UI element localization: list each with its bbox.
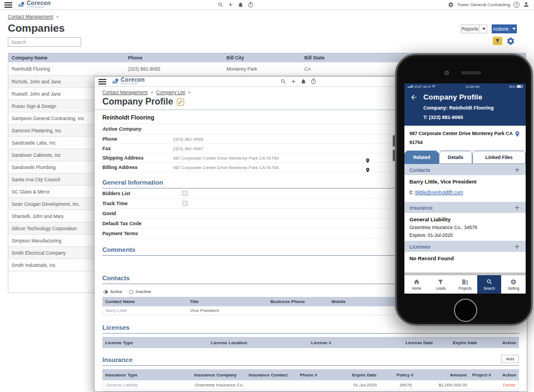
actions-button[interactable]: Actions bbox=[492, 24, 510, 33]
phone-mockup: AT&T Wi-Fi 11:08 AM 56% Company Profile … bbox=[395, 53, 533, 326]
carrier-label: AT&T Wi-Fi bbox=[414, 85, 431, 88]
phone-section-licenses: Licenses bbox=[404, 241, 526, 252]
reports-button[interactable]: Reports bbox=[461, 24, 479, 33]
search-icon[interactable] bbox=[280, 78, 286, 85]
home-icon bbox=[413, 279, 420, 285]
filter-button[interactable] bbox=[493, 37, 502, 45]
timer-icon[interactable] bbox=[310, 78, 317, 85]
phone-bottom-nav: Home Leads Projects Search Setting bbox=[404, 275, 526, 294]
licenses-table-header: License Type License Location License # … bbox=[102, 337, 519, 348]
signal-icon bbox=[408, 85, 413, 88]
funnel-icon bbox=[437, 279, 444, 285]
caret-down-icon bbox=[512, 28, 516, 30]
phone-contacts-block: Barry Little, Vice President E: blittle@… bbox=[404, 175, 526, 202]
nav-setting[interactable]: Setting bbox=[501, 275, 526, 294]
delete-link[interactable]: Delete bbox=[498, 383, 518, 388]
clock-label: 11:08 AM bbox=[466, 85, 479, 88]
add-icon[interactable] bbox=[290, 78, 296, 85]
timer-icon[interactable] bbox=[248, 2, 254, 8]
grid-settings-button[interactable] bbox=[506, 36, 515, 46]
phone-screen: AT&T Wi-Fi 11:08 AM 56% Company Profile … bbox=[404, 83, 526, 294]
building-icon bbox=[462, 279, 468, 285]
tab-related[interactable]: Related bbox=[404, 151, 439, 164]
hamburger-menu-icon[interactable] bbox=[98, 79, 106, 85]
add-contact-icon[interactable] bbox=[513, 166, 521, 173]
phone-insurance-block: General Liability Greentree Insurance Co… bbox=[404, 213, 526, 241]
corecon-logo-mark bbox=[112, 78, 119, 85]
search-icon bbox=[486, 279, 493, 285]
breadcrumb-contact-management[interactable]: Contact Management bbox=[102, 90, 147, 95]
phone-company-label: Company: Reinholdt Flooring bbox=[423, 105, 520, 111]
app-topbar: Corecon technologies Tower General Contr… bbox=[0, 0, 534, 10]
add-license-icon[interactable] bbox=[513, 243, 521, 250]
nav-home[interactable]: Home bbox=[404, 275, 429, 294]
track-time-checkbox[interactable] bbox=[182, 201, 187, 206]
earpiece-speaker bbox=[461, 71, 481, 75]
phone-page-title: Company Profile bbox=[423, 93, 482, 101]
nav-projects[interactable]: Projects bbox=[453, 275, 477, 294]
phone-section-insurance: Insurance bbox=[404, 202, 526, 213]
notifications-icon[interactable] bbox=[300, 78, 306, 85]
corecon-logo[interactable]: Corecon technologies bbox=[112, 77, 145, 86]
corecon-logo-text: Corecon technologies bbox=[121, 77, 145, 86]
add-icon[interactable] bbox=[228, 2, 234, 8]
gear-icon bbox=[510, 279, 517, 285]
contact-name[interactable]: Barry Little, Vice President bbox=[409, 178, 521, 185]
help-icon[interactable]: ? bbox=[513, 2, 520, 8]
gear-icon[interactable] bbox=[448, 2, 454, 8]
home-button[interactable] bbox=[454, 299, 477, 322]
battery-icon bbox=[517, 85, 522, 88]
phone-header: Company Profile Company: Reinholdt Floor… bbox=[404, 90, 526, 126]
page-title: Company Profile bbox=[102, 97, 173, 107]
breadcrumb-company-list[interactable]: Company List bbox=[156, 90, 185, 95]
phone-tabs: Related Details Linked Files bbox=[404, 151, 526, 164]
tab-details[interactable]: Details bbox=[439, 151, 472, 164]
bidders-list-checkbox[interactable] bbox=[182, 191, 187, 196]
battery-percent: 56% bbox=[509, 85, 516, 88]
wifi-icon bbox=[432, 85, 436, 88]
edit-button[interactable] bbox=[177, 98, 184, 106]
page-title: Companies bbox=[0, 19, 534, 34]
tab-linked-files[interactable]: Linked Files bbox=[472, 151, 526, 164]
pencil-icon bbox=[178, 100, 183, 105]
phone-status-bar: AT&T Wi-Fi 11:08 AM 56% bbox=[404, 83, 526, 90]
actions-dropdown-button[interactable] bbox=[510, 24, 517, 33]
table-row[interactable]: General Liability Greentree Insurance Co… bbox=[102, 380, 519, 390]
phone-address: 987 Corporate Center Drive Monterey Park… bbox=[404, 126, 526, 151]
front-camera bbox=[444, 71, 449, 75]
nav-leads[interactable]: Leads bbox=[429, 275, 453, 294]
breadcrumb: Contact Management » bbox=[0, 10, 534, 19]
map-pin-icon[interactable] bbox=[365, 167, 370, 173]
phone-section-contacts: Contacts bbox=[404, 164, 526, 175]
hamburger-menu-icon[interactable] bbox=[4, 2, 12, 8]
account-name[interactable]: Tower General Contracting bbox=[457, 2, 510, 7]
search-icon[interactable] bbox=[217, 2, 224, 8]
nav-search[interactable]: Search bbox=[477, 275, 502, 294]
user-icon[interactable] bbox=[523, 1, 530, 8]
corecon-logo[interactable]: Corecon technologies bbox=[18, 1, 51, 9]
add-insurance-icon[interactable] bbox=[513, 204, 521, 211]
contact-email-link[interactable]: blittle@reinholdtflr.com bbox=[415, 190, 463, 195]
phone-tel-label[interactable]: T: (323) 881-9065 bbox=[423, 115, 520, 120]
back-arrow-icon[interactable] bbox=[410, 93, 418, 101]
active-radio[interactable] bbox=[103, 290, 108, 294]
corecon-logo-text: Corecon technologies bbox=[27, 1, 51, 9]
phone-licenses-block: No Record Found bbox=[404, 252, 526, 265]
inactive-radio[interactable] bbox=[129, 290, 134, 294]
corecon-logo-mark bbox=[18, 1, 25, 8]
gear-icon bbox=[506, 37, 515, 46]
search-input[interactable] bbox=[8, 37, 81, 47]
reports-dropdown-button[interactable] bbox=[479, 24, 487, 33]
add-insurance-button[interactable]: Add bbox=[501, 355, 519, 363]
caret-down-icon bbox=[482, 28, 486, 30]
map-pin-icon[interactable] bbox=[514, 131, 521, 137]
section-insurance: Insurance bbox=[102, 356, 132, 363]
breadcrumb-contact-management[interactable]: Contact Management bbox=[8, 14, 53, 19]
notifications-icon[interactable] bbox=[238, 2, 244, 8]
insurance-table-header: Insurance Type Insurance Company Insuran… bbox=[102, 369, 519, 380]
funnel-icon bbox=[495, 38, 500, 43]
